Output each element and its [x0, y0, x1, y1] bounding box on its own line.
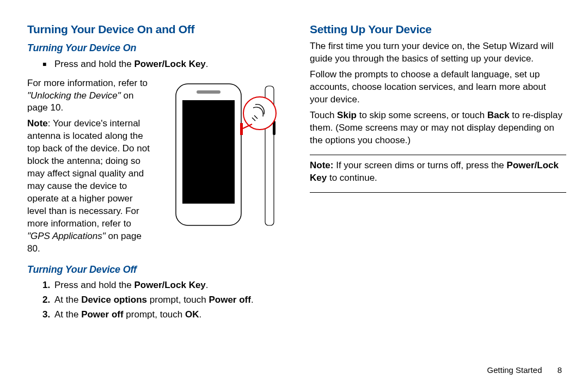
- heading-setting-up: Setting Up Your Device: [310, 22, 566, 37]
- svg-rect-1: [182, 100, 235, 204]
- svg-rect-3: [240, 123, 243, 135]
- phone-power-illustration: [158, 74, 284, 237]
- bullet-text: Press and hold the Power/Lock Key.: [54, 58, 284, 71]
- svg-rect-2: [197, 90, 220, 94]
- setup-p1: The first time you turn your device on, …: [310, 40, 566, 65]
- device-on-body: For more information, refer to "Unlockin…: [27, 74, 284, 259]
- footer-section: Getting Started: [487, 365, 542, 375]
- page-footer: Getting Started 8: [487, 365, 562, 376]
- svg-point-6: [243, 97, 276, 130]
- setup-p2: Follow the prompts to choose a default l…: [310, 69, 566, 106]
- bullet-power-on: ■ Press and hold the Power/Lock Key.: [42, 58, 284, 71]
- list-item: 2.At the Device options prompt, touch Po…: [42, 294, 284, 307]
- left-column: Turning Your Device On and Off Turning Y…: [27, 22, 284, 359]
- divider-top: [310, 155, 566, 155]
- step-text: At the Device options prompt, touch Powe…: [54, 294, 284, 307]
- subheading-turning-on: Turning Your Device On: [27, 41, 284, 54]
- bullet-icon: ■: [42, 58, 54, 71]
- step-text: Press and hold the Power/Lock Key.: [54, 279, 284, 292]
- divider-bottom: [310, 192, 566, 193]
- step-number: 3.: [42, 309, 54, 321]
- setup-p3: Touch Skip to skip some screens, or touc…: [310, 109, 566, 147]
- step-number: 2.: [42, 294, 54, 307]
- right-column: Setting Up Your Device The first time yo…: [310, 22, 566, 359]
- list-item: 1.Press and hold the Power/Lock Key.: [42, 279, 284, 292]
- step-number: 1.: [42, 279, 54, 292]
- turn-off-steps: 1.Press and hold the Power/Lock Key.2.At…: [27, 279, 284, 321]
- subheading-turning-off: Turning Your Device Off: [27, 263, 284, 276]
- footer-page: 8: [558, 365, 562, 375]
- dim-note: Note: If your screen dims or turns off, …: [310, 160, 566, 185]
- list-item: 3.At the Power off prompt, touch OK.: [42, 309, 284, 321]
- heading-turning-on-off: Turning Your Device On and Off: [27, 22, 284, 37]
- step-text: At the Power off prompt, touch OK.: [54, 309, 284, 321]
